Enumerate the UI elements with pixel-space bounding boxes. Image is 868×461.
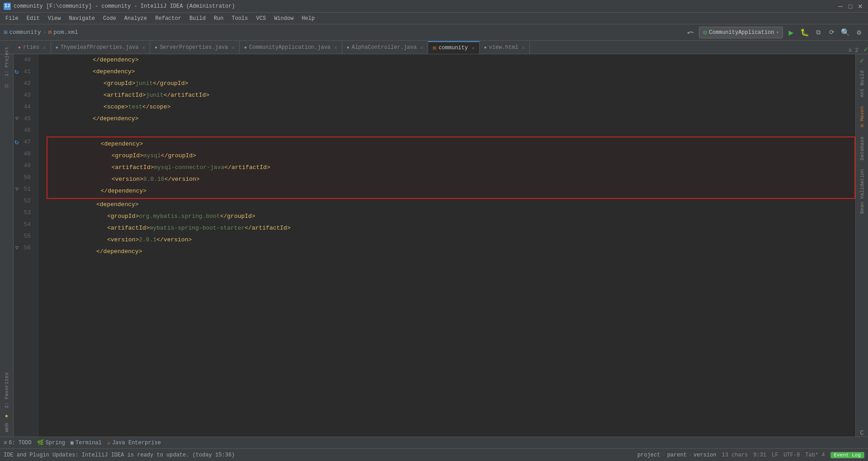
bottom-toolbar: ≡ 6: TODO 🌿 Spring ▣ Terminal ☕ Java Ent… <box>0 437 868 448</box>
tab-overflow[interactable]: ≡ 2 <box>845 47 862 54</box>
spring-button[interactable]: 🌿 Spring <box>37 439 65 446</box>
settings-icon[interactable]: ⚙ <box>854 27 864 38</box>
terminal-button[interactable]: ▣ Terminal <box>71 439 102 446</box>
menu-tools[interactable]: Tools <box>228 14 252 23</box>
line-49: 49 <box>14 160 34 172</box>
menu-bar: File Edit View Navigate Code Analyze Ref… <box>0 13 868 24</box>
tab-close-rties[interactable]: ✕ <box>43 45 46 51</box>
star-icon[interactable]: ★ <box>5 412 8 419</box>
line-ending[interactable]: LF <box>772 452 778 458</box>
coverage-button[interactable]: ⧉ <box>813 27 824 38</box>
line-42: 42 <box>14 78 34 89</box>
code-area[interactable]: </dependency> <dependency> <groupId>juni… <box>38 54 855 437</box>
tab-label-rties: rties <box>23 44 39 51</box>
title-bar: IJ community [F:\community] - community … <box>0 0 868 13</box>
tab-rties[interactable]: ● rties ✕ <box>14 41 51 54</box>
breadcrumb-project[interactable]: project <box>637 452 660 458</box>
ant-build-panel-btn[interactable]: Ant Build <box>858 67 867 101</box>
tab-close-alpha[interactable]: ✕ <box>420 45 424 51</box>
project-panel-btn[interactable]: 1: Project <box>1 56 12 67</box>
event-log-button[interactable]: Event Log <box>830 452 864 458</box>
profile-button[interactable]: ⟳ <box>826 27 837 38</box>
tab-close-thymeleaf[interactable]: ✕ <box>142 45 146 51</box>
code-line-40: </dependency> <box>43 54 855 66</box>
line-55: 55 <box>14 230 34 242</box>
window-controls[interactable]: ─ □ ✕ <box>836 2 864 10</box>
tab-serverprops[interactable]: ● ServerProperties.java ✕ <box>150 41 240 54</box>
menu-edit[interactable]: Edit <box>23 14 43 23</box>
gutter-refresh-47[interactable]: ↻ <box>14 136 19 148</box>
code-line-44: <scope>test</scope> <box>43 101 855 113</box>
debug-button[interactable]: 🐛 <box>799 27 810 38</box>
fold-icon-56[interactable]: ▽ <box>15 242 19 254</box>
maven-panel-btn[interactable]: m Maven <box>858 103 867 131</box>
tab-close-serverprops[interactable]: ✕ <box>231 45 235 51</box>
menu-code[interactable]: Code <box>99 14 120 23</box>
breadcrumb-pomxml[interactable]: pom.xml <box>53 29 78 36</box>
tab-close-community[interactable]: ✕ <box>472 45 475 51</box>
tab-close-view[interactable]: ✕ <box>522 45 525 51</box>
run-config-button[interactable]: ⊙ CommunityApplication ▾ <box>699 27 783 38</box>
web-panel-btn[interactable]: Web <box>4 423 9 432</box>
status-right: project › parent › version 13 chars 9:31… <box>637 452 864 458</box>
line-53: 53 <box>14 207 34 219</box>
menu-help[interactable]: Help <box>298 14 318 23</box>
todo-button[interactable]: ≡ 6: TODO <box>4 440 32 446</box>
editor-container: 40 ↻ 41 42 43 44 ▽ 45 46 ↻ 47 48 49 50 ▽… <box>14 54 855 437</box>
project-icon: ⊞ <box>4 28 7 36</box>
tab-icon-alpha: ● <box>347 45 349 50</box>
search-everywhere-icon[interactable]: 🔍 <box>840 27 851 38</box>
app-icon: IJ <box>4 3 11 10</box>
tab-close-communityapp[interactable]: ✕ <box>334 45 337 51</box>
java-enterprise-icon: ☕ <box>107 439 110 446</box>
breadcrumb-version[interactable]: version <box>693 452 716 458</box>
java-enterprise-button[interactable]: ☕ Java Enterprise <box>107 439 161 446</box>
fold-icon-51[interactable]: ▽ <box>15 183 19 195</box>
tab-alphacontroller[interactable]: ● AlphaController.java ✕ <box>342 41 429 54</box>
database-panel-btn[interactable]: Database <box>858 133 867 164</box>
navigate-back-icon[interactable]: ⤺ <box>685 27 696 38</box>
menu-window[interactable]: Window <box>270 14 297 23</box>
bean-validation-panel-btn[interactable]: Bean Validation <box>858 165 867 217</box>
csdn-icon[interactable]: C <box>860 429 863 437</box>
status-bar: IDE and Plugin Updates: IntelliJ IDEA is… <box>0 448 868 461</box>
tab-thymeleaf[interactable]: ● ThymeleafProperties.java ✕ <box>51 41 150 54</box>
tab-icon-communityapp: ● <box>244 45 247 50</box>
breadcrumb-community[interactable]: community <box>9 29 41 36</box>
run-button[interactable]: ▶ <box>786 27 797 38</box>
fold-icon-45[interactable]: ▽ <box>15 113 19 125</box>
status-message: IDE and Plugin Updates: IntelliJ IDEA is… <box>4 452 235 458</box>
chevron-down-icon: ▾ <box>776 29 779 35</box>
menu-view[interactable]: View <box>44 14 65 23</box>
line-46: 46 <box>14 125 34 136</box>
breadcrumb-parent[interactable]: parent <box>667 452 687 458</box>
nav-right: ⤺ ⊙ CommunityApplication ▾ ▶ 🐛 ⧉ ⟳ 🔍 ⚙ <box>685 27 864 38</box>
status-breadcrumb: project › parent › version <box>637 452 716 458</box>
menu-file[interactable]: File <box>2 14 22 23</box>
indent[interactable]: Tab* 4 <box>805 452 825 458</box>
menu-run[interactable]: Run <box>210 14 227 23</box>
collapse-btn[interactable]: ◻ <box>5 82 8 89</box>
line-52: 52 <box>14 195 34 207</box>
favorites-panel-btn[interactable]: 2: Favorites <box>4 372 9 408</box>
maximize-button[interactable]: □ <box>846 2 854 10</box>
tab-communityapp[interactable]: ● CommunityApplication.java ✕ <box>240 41 342 54</box>
cursor-position[interactable]: 9:31 <box>753 452 766 458</box>
char-count: 13 chars <box>722 452 748 458</box>
close-button[interactable]: ✕ <box>856 2 864 10</box>
menu-analyze[interactable]: Analyze <box>121 14 151 23</box>
tab-community[interactable]: m community ✕ <box>428 41 479 54</box>
encoding[interactable]: UTF-8 <box>783 452 800 458</box>
tab-viewhtml[interactable]: ● view.html ✕ <box>480 41 530 54</box>
menu-refactor[interactable]: Refactor <box>151 14 185 23</box>
menu-build[interactable]: Build <box>186 14 209 23</box>
menu-navigate[interactable]: Navigate <box>65 14 99 23</box>
window-title: community [F:\community] - community - I… <box>14 3 235 9</box>
menu-vcs[interactable]: VCS <box>253 14 270 23</box>
gutter-refresh-41[interactable]: ↻ <box>14 66 19 78</box>
minimize-button[interactable]: ─ <box>836 2 844 10</box>
tab-label-community: community <box>439 45 468 51</box>
tab-label-view: view.html <box>489 44 519 51</box>
tab-icon-thymeleaf: ● <box>56 45 58 50</box>
terminal-label: Terminal <box>75 440 102 446</box>
